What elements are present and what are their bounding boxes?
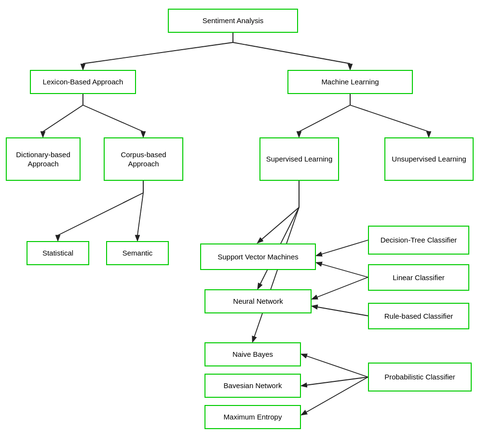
supervised-learning-node: Supervised Learning: [259, 137, 339, 181]
svg-line-31: [302, 377, 368, 386]
lexicon-based-node: Lexicon-Based Approach: [30, 70, 136, 94]
svg-line-35: [313, 277, 368, 299]
statistical-node: Statistical: [27, 241, 89, 265]
neural-network-node: Neural Network: [204, 289, 312, 313]
semantic-node: Semantic: [106, 241, 169, 265]
svg-line-10: [83, 105, 143, 132]
rule-based-node: Rule-based Classifier: [368, 303, 469, 329]
svg-line-4: [233, 42, 350, 64]
naive-bayes-node: Naive Bayes: [204, 342, 301, 366]
probabilistic-classifier-node: Probabilistic Classifier: [368, 363, 472, 392]
svg-line-13: [58, 193, 143, 235]
support-vector-node: Support Vector Machines: [200, 243, 316, 270]
unsupervised-learning-node: Unsupervised Learning: [384, 137, 474, 181]
svg-line-16: [137, 193, 143, 235]
svg-line-33: [317, 240, 368, 256]
machine-learning-node: Machine Learning: [287, 70, 413, 94]
bavesian-network-node: Bavesian Network: [204, 374, 301, 398]
linear-classifier-node: Linear Classifier: [368, 264, 469, 291]
sentiment-analysis-node: Sentiment Analysis: [168, 9, 298, 33]
dictionary-based-node: Dictionary-based Approach: [6, 137, 81, 181]
svg-line-7: [43, 105, 83, 132]
svg-line-25: [258, 207, 299, 243]
svg-line-1: [83, 42, 233, 64]
svg-line-34: [317, 263, 368, 277]
svg-line-36: [313, 306, 368, 316]
svg-line-32: [302, 377, 368, 415]
svg-line-22: [350, 105, 429, 132]
svg-line-29: [253, 207, 299, 341]
svg-line-19: [299, 105, 350, 132]
svg-line-30: [302, 354, 368, 377]
corpus-based-node: Corpus-based Approach: [104, 137, 183, 181]
decision-tree-node: Decision-Tree Classifier: [368, 226, 469, 255]
maximum-entropy-node: Maximum Entropy: [204, 405, 301, 429]
diagram: Sentiment Analysis Lexicon-Based Approac…: [0, 0, 504, 432]
